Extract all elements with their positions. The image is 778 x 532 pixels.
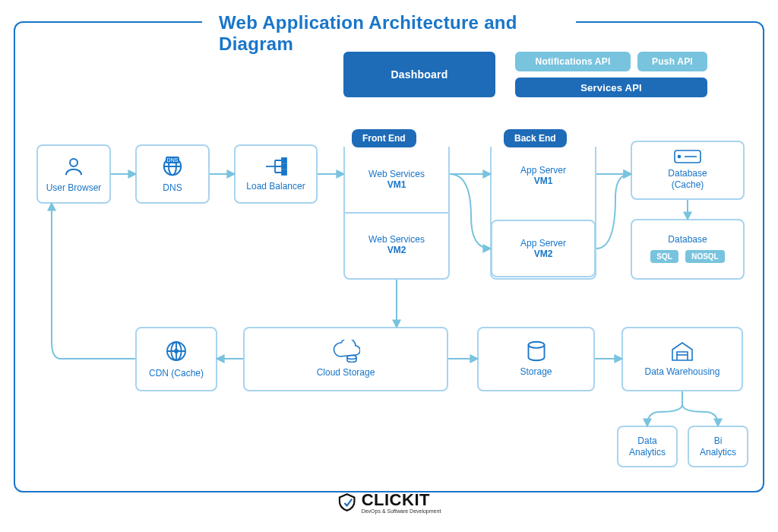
cell-text: App Server [520,238,566,249]
back-end-cell-1: App Server VM1 [492,147,595,204]
cylinder-icon [526,340,547,362]
cloud-icon [331,340,360,363]
db-main-node: Database SQL NOSQL [631,219,745,280]
user-browser-node: User Browser [36,144,111,204]
notifications-pill: Notifications API [515,52,631,71]
node-label: Load Balancer [246,181,305,192]
server-icon [674,150,701,163]
dns-node: DNS DNS [135,144,210,204]
front-end-cell-2: Web Services VM2 [345,212,448,277]
brand-logo: CLICKIT DevOps & Software Development [337,490,441,514]
front-end-group: Web Services VM1 Web Services VM2 [343,147,450,280]
svg-point-7 [678,156,681,158]
front-end-cell-1: Web Services VM1 [345,147,448,212]
node-label: Cloud Storage [317,367,375,378]
node-label: Storage [520,366,552,378]
globe-net-icon [164,339,188,363]
nosql-tag: NOSQL [685,250,725,263]
brand-tag: DevOps & Software Development [362,508,441,514]
svg-point-0 [70,159,77,166]
load-balancer-node: Load Balancer [234,144,318,204]
node-label: Data Analytics [629,435,666,458]
shield-icon [337,492,357,512]
svg-rect-5 [282,170,286,175]
node-label: DNS [163,182,182,194]
node-label: Bi Analytics [700,435,736,458]
diagram-frame: Web Application Architecture and Diagram… [14,21,764,492]
warehousing-node: Data Warehousing [621,327,743,391]
data-analytics-node: Data Analytics [617,426,678,467]
cell-bold: VM2 [534,249,553,259]
load-balancer-icon [263,157,289,176]
cloud-storage-node: Cloud Storage [243,327,448,391]
brand-name: CLICKIT [362,490,430,509]
dashboard-pill: Dashboard [343,52,495,97]
svg-point-11 [347,356,356,359]
dns-badge: DNS [166,157,180,163]
node-label: Data Warehousing [645,366,720,378]
back-end-header: Back End [504,129,567,147]
cdn-node: CDN (Cache) [135,327,217,391]
push-pill: Push API [637,52,707,71]
back-end-group: App Server VM1 App Server VM2 [490,147,596,280]
diagram-title: Web Application Architecture and Diagram [202,12,576,55]
svg-rect-3 [282,158,286,163]
cell-bold: VM2 [387,245,406,255]
db-tags: SQL NOSQL [648,249,726,264]
front-end-header: Front End [352,129,416,147]
bi-analytics-node: Bi Analytics [688,426,748,467]
sql-tag: SQL [650,250,678,263]
cell-bold: VM1 [387,179,406,190]
cell-text: App Server [520,165,566,176]
node-label: User Browser [46,182,102,194]
svg-rect-4 [282,164,286,169]
cell-bold: VM1 [534,176,553,186]
storage-node: Storage [477,327,595,391]
user-icon [62,155,85,178]
services-pill: Services API [515,78,707,97]
warehouse-icon [670,340,694,362]
db-cache-node: Database (Cache) [631,141,745,200]
svg-point-10 [175,350,178,353]
back-end-cell-2: App Server VM2 [491,220,596,277]
cell-text: Web Services [368,169,425,179]
node-label: CDN (Cache) [149,368,204,379]
svg-point-12 [528,342,544,348]
node-label: Database (Cache) [668,168,707,191]
cell-text: Web Services [368,234,425,245]
node-label: Database [668,234,707,245]
